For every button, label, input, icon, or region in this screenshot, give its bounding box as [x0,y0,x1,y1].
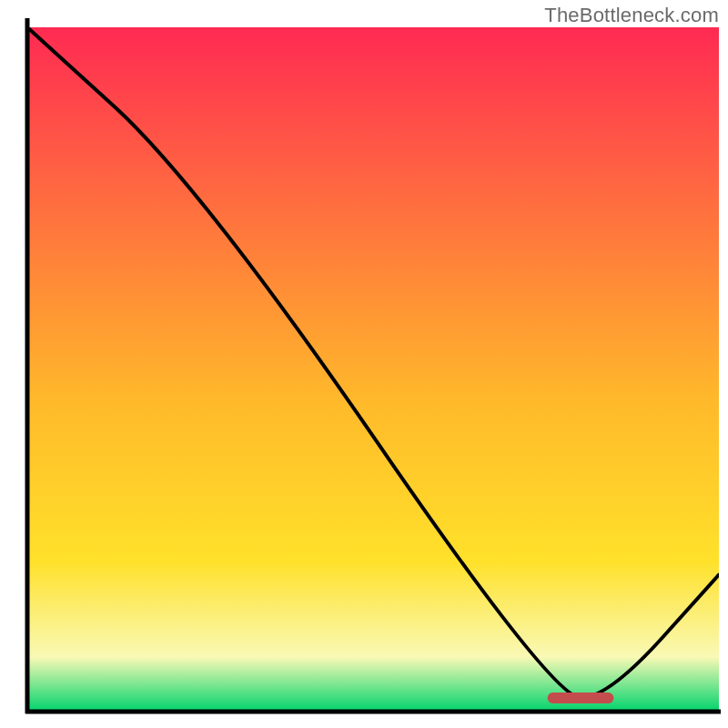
chart-frame: TheBottleneck.com [0,0,728,728]
chart-background-gradient [27,27,719,712]
chart-svg [0,0,728,728]
